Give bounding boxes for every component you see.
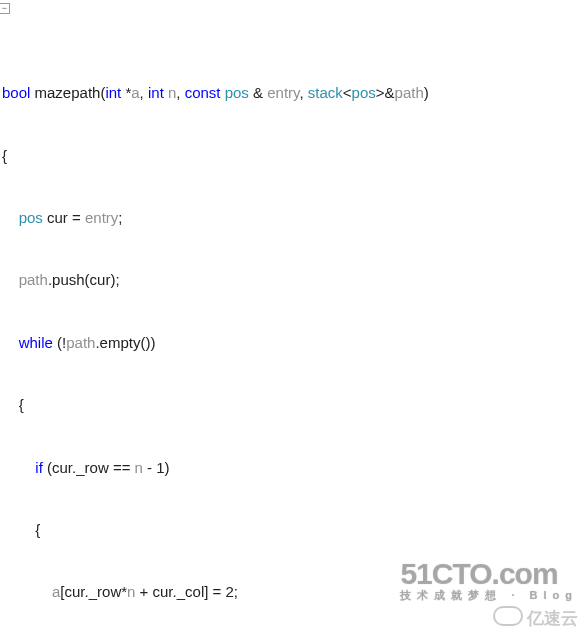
code-line: {	[2, 395, 586, 416]
code-line: path.push(cur);	[2, 270, 586, 291]
code-line: {	[2, 146, 586, 167]
code-line: {	[2, 520, 586, 541]
code-line: a[cur._row*n + cur._col] = 2;	[2, 582, 586, 603]
code-line: bool mazepath(int *a, int n, const pos &…	[2, 83, 586, 104]
code-line: pos cur = entry;	[2, 208, 586, 229]
code-line: if (cur._row == n - 1)	[2, 458, 586, 479]
code-editor[interactable]: − bool mazepath(int *a, int n, const pos…	[0, 0, 586, 636]
fold-icon[interactable]: −	[0, 3, 10, 14]
code-line: while (!path.empty())	[2, 333, 586, 354]
